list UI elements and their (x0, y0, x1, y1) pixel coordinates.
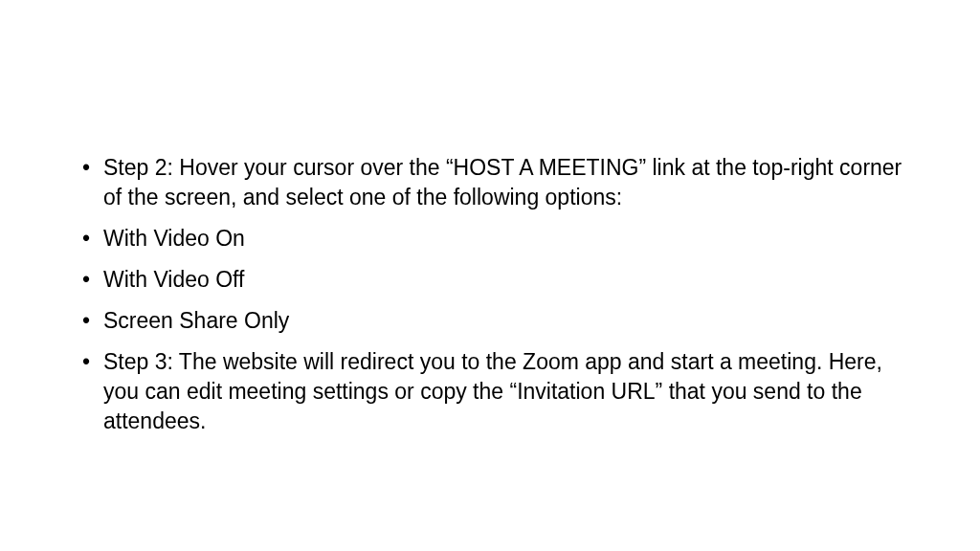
list-item: With Video Off (77, 265, 903, 295)
list-item: Step 3: The website will redirect you to… (77, 347, 903, 436)
bullet-list: Step 2: Hover your cursor over the “HOST… (77, 153, 903, 436)
list-item: Step 2: Hover your cursor over the “HOST… (77, 153, 903, 212)
list-item: Screen Share Only (77, 306, 903, 336)
list-item: With Video On (77, 224, 903, 253)
